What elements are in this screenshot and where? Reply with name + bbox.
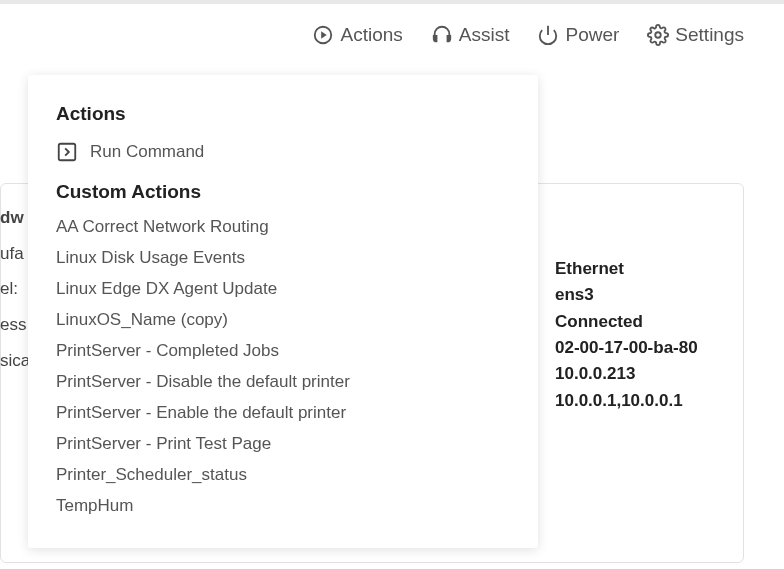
- svg-marker-1: [322, 31, 328, 38]
- network-dns: 10.0.0.1,10.0.0.1: [555, 388, 698, 414]
- custom-action-item[interactable]: LinuxOS_Name (copy): [56, 310, 510, 330]
- network-type: Ethernet: [555, 256, 698, 282]
- network-interface: ens3: [555, 282, 698, 308]
- custom-action-item[interactable]: Linux Edge DX Agent Update: [56, 279, 510, 299]
- chevron-right-box-icon: [56, 141, 78, 163]
- network-ip: 10.0.0.213: [555, 361, 698, 387]
- svg-rect-4: [59, 144, 76, 161]
- left-panel-fragment: dw ufa el: ess sica: [0, 200, 30, 378]
- actions-dropdown: Actions Run Command Custom Actions AA Co…: [28, 75, 538, 548]
- custom-action-item[interactable]: Printer_Scheduler_status: [56, 465, 510, 485]
- actions-button[interactable]: Actions: [312, 24, 402, 46]
- play-circle-icon: [312, 24, 334, 46]
- settings-label: Settings: [675, 24, 744, 46]
- assist-button[interactable]: Assist: [431, 24, 510, 46]
- fragment-heading: dw: [0, 200, 30, 236]
- toolbar: Actions Assist Power Settings: [0, 4, 784, 46]
- settings-button[interactable]: Settings: [647, 24, 744, 46]
- custom-action-item[interactable]: PrintServer - Completed Jobs: [56, 341, 510, 361]
- custom-actions-list: AA Correct Network Routing Linux Disk Us…: [56, 217, 510, 516]
- run-command-item[interactable]: Run Command: [56, 141, 510, 163]
- actions-label: Actions: [340, 24, 402, 46]
- custom-action-item[interactable]: PrintServer - Disable the default printe…: [56, 372, 510, 392]
- fragment-line: ufa: [0, 236, 30, 272]
- network-info: Ethernet ens3 Connected 02-00-17-00-ba-8…: [555, 256, 698, 414]
- gear-icon: [647, 24, 669, 46]
- power-icon: [537, 24, 559, 46]
- custom-action-item[interactable]: AA Correct Network Routing: [56, 217, 510, 237]
- fragment-line: sica: [0, 343, 30, 379]
- run-command-label: Run Command: [90, 142, 204, 162]
- custom-action-item[interactable]: Linux Disk Usage Events: [56, 248, 510, 268]
- custom-action-item[interactable]: TempHum: [56, 496, 510, 516]
- assist-label: Assist: [459, 24, 510, 46]
- power-button[interactable]: Power: [537, 24, 619, 46]
- custom-action-item[interactable]: PrintServer - Enable the default printer: [56, 403, 510, 423]
- headset-icon: [431, 24, 453, 46]
- fragment-line: ess: [0, 307, 30, 343]
- power-label: Power: [565, 24, 619, 46]
- network-mac: 02-00-17-00-ba-80: [555, 335, 698, 361]
- fragment-line: el:: [0, 271, 30, 307]
- custom-actions-heading: Custom Actions: [56, 181, 510, 203]
- network-status: Connected: [555, 309, 698, 335]
- custom-action-item[interactable]: PrintServer - Print Test Page: [56, 434, 510, 454]
- actions-heading: Actions: [56, 103, 510, 125]
- svg-point-3: [656, 32, 662, 38]
